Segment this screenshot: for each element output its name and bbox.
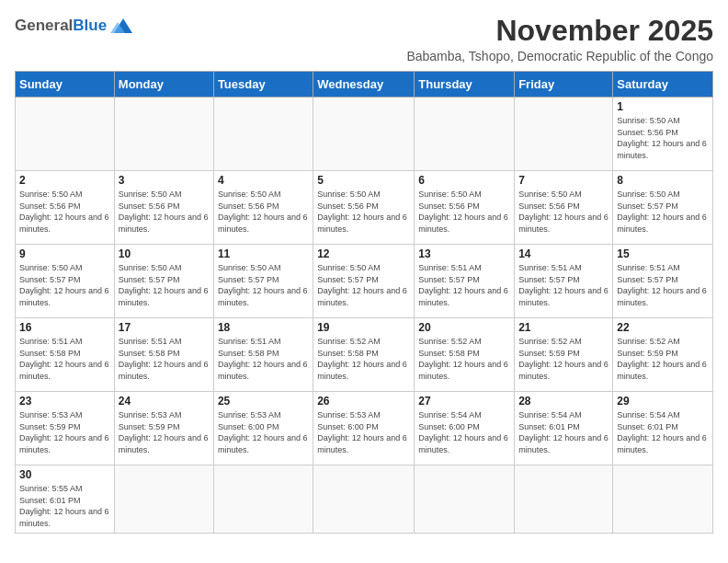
calendar-week-row: 1Sunrise: 5:50 AM Sunset: 5:56 PM Daylig… (16, 98, 713, 171)
calendar-day-cell: 7Sunrise: 5:50 AM Sunset: 5:56 PM Daylig… (515, 171, 613, 245)
day-number: 1 (617, 100, 709, 113)
calendar-header-row: SundayMondayTuesdayWednesdayThursdayFrid… (16, 72, 713, 98)
weekday-header-tuesday: Tuesday (213, 72, 313, 98)
day-number: 5 (317, 174, 410, 187)
calendar-week-row: 30Sunrise: 5:55 AM Sunset: 6:01 PM Dayli… (16, 465, 713, 533)
day-info: Sunrise: 5:50 AM Sunset: 5:56 PM Dayligh… (317, 189, 410, 235)
day-info: Sunrise: 5:53 AM Sunset: 6:00 PM Dayligh… (317, 409, 410, 455)
day-info: Sunrise: 5:50 AM Sunset: 5:57 PM Dayligh… (119, 262, 210, 308)
month-title: November 2025 (406, 15, 713, 47)
day-info: Sunrise: 5:51 AM Sunset: 5:57 PM Dayligh… (617, 262, 709, 308)
calendar-day-cell: 1Sunrise: 5:50 AM Sunset: 5:56 PM Daylig… (613, 98, 713, 171)
day-info: Sunrise: 5:51 AM Sunset: 5:57 PM Dayligh… (518, 262, 609, 308)
calendar-day-cell (515, 465, 613, 533)
calendar-day-cell: 5Sunrise: 5:50 AM Sunset: 5:56 PM Daylig… (313, 171, 415, 245)
logo-blue-text: Blue (73, 17, 107, 35)
day-info: Sunrise: 5:51 AM Sunset: 5:57 PM Dayligh… (418, 262, 510, 308)
calendar-day-cell: 29Sunrise: 5:54 AM Sunset: 6:01 PM Dayli… (613, 392, 713, 465)
day-info: Sunrise: 5:50 AM Sunset: 5:56 PM Dayligh… (19, 189, 110, 235)
day-number: 25 (218, 395, 309, 408)
day-info: Sunrise: 5:55 AM Sunset: 6:01 PM Dayligh… (19, 483, 110, 529)
day-info: Sunrise: 5:53 AM Sunset: 5:59 PM Dayligh… (19, 409, 110, 455)
calendar-day-cell: 9Sunrise: 5:50 AM Sunset: 5:57 PM Daylig… (16, 245, 115, 318)
calendar-day-cell: 16Sunrise: 5:51 AM Sunset: 5:58 PM Dayli… (16, 318, 115, 392)
day-number: 23 (19, 395, 110, 408)
day-number: 16 (19, 321, 110, 334)
calendar-day-cell: 27Sunrise: 5:54 AM Sunset: 6:00 PM Dayli… (415, 392, 515, 465)
calendar-day-cell: 24Sunrise: 5:53 AM Sunset: 5:59 PM Dayli… (114, 392, 213, 465)
calendar-day-cell: 19Sunrise: 5:52 AM Sunset: 5:58 PM Dayli… (313, 318, 415, 392)
calendar-day-cell: 28Sunrise: 5:54 AM Sunset: 6:01 PM Dayli… (515, 392, 613, 465)
location-title: Babamba, Tshopo, Democratic Republic of … (406, 49, 713, 63)
page-header: General Blue November 2025 Babamba, Tsho… (15, 15, 713, 63)
day-number: 30 (19, 468, 110, 481)
calendar-day-cell (313, 98, 415, 171)
day-info: Sunrise: 5:50 AM Sunset: 5:56 PM Dayligh… (218, 189, 309, 235)
day-number: 28 (518, 395, 609, 408)
day-number: 8 (617, 174, 709, 187)
calendar-day-cell: 22Sunrise: 5:52 AM Sunset: 5:59 PM Dayli… (613, 318, 713, 392)
weekday-header-friday: Friday (515, 72, 613, 98)
day-number: 13 (418, 247, 510, 260)
calendar-day-cell: 10Sunrise: 5:50 AM Sunset: 5:57 PM Dayli… (114, 245, 213, 318)
day-info: Sunrise: 5:50 AM Sunset: 5:56 PM Dayligh… (119, 189, 210, 235)
logo-general-text: General (15, 17, 73, 35)
calendar-day-cell (213, 98, 313, 171)
day-number: 2 (19, 174, 110, 187)
day-number: 20 (418, 321, 510, 334)
day-number: 4 (218, 174, 309, 187)
calendar-day-cell: 12Sunrise: 5:50 AM Sunset: 5:57 PM Dayli… (313, 245, 415, 318)
calendar-day-cell: 14Sunrise: 5:51 AM Sunset: 5:57 PM Dayli… (515, 245, 613, 318)
calendar-day-cell: 4Sunrise: 5:50 AM Sunset: 5:56 PM Daylig… (213, 171, 313, 245)
day-info: Sunrise: 5:53 AM Sunset: 6:00 PM Dayligh… (218, 409, 309, 455)
day-info: Sunrise: 5:54 AM Sunset: 6:00 PM Dayligh… (418, 409, 510, 455)
day-info: Sunrise: 5:54 AM Sunset: 6:01 PM Dayligh… (617, 409, 709, 455)
day-number: 24 (119, 395, 210, 408)
calendar-day-cell: 21Sunrise: 5:52 AM Sunset: 5:59 PM Dayli… (515, 318, 613, 392)
calendar-day-cell (213, 465, 313, 533)
day-info: Sunrise: 5:50 AM Sunset: 5:56 PM Dayligh… (617, 115, 709, 161)
day-number: 26 (317, 395, 410, 408)
weekday-header-sunday: Sunday (16, 72, 115, 98)
calendar-day-cell (16, 98, 115, 171)
day-number: 11 (218, 247, 309, 260)
day-info: Sunrise: 5:52 AM Sunset: 5:58 PM Dayligh… (317, 336, 410, 382)
calendar-day-cell: 11Sunrise: 5:50 AM Sunset: 5:57 PM Dayli… (213, 245, 313, 318)
calendar-day-cell (613, 465, 713, 533)
day-info: Sunrise: 5:52 AM Sunset: 5:58 PM Dayligh… (418, 336, 510, 382)
day-info: Sunrise: 5:50 AM Sunset: 5:56 PM Dayligh… (418, 189, 510, 235)
weekday-header-wednesday: Wednesday (313, 72, 415, 98)
day-number: 21 (518, 321, 609, 334)
day-info: Sunrise: 5:52 AM Sunset: 5:59 PM Dayligh… (518, 336, 609, 382)
day-info: Sunrise: 5:51 AM Sunset: 5:58 PM Dayligh… (119, 336, 210, 382)
calendar-day-cell: 8Sunrise: 5:50 AM Sunset: 5:57 PM Daylig… (613, 171, 713, 245)
day-number: 19 (317, 321, 410, 334)
day-info: Sunrise: 5:50 AM Sunset: 5:57 PM Dayligh… (19, 262, 110, 308)
calendar-day-cell (114, 98, 213, 171)
calendar-day-cell: 18Sunrise: 5:51 AM Sunset: 5:58 PM Dayli… (213, 318, 313, 392)
day-number: 15 (617, 247, 709, 260)
day-number: 12 (317, 247, 410, 260)
weekday-header-thursday: Thursday (415, 72, 515, 98)
day-number: 7 (518, 174, 609, 187)
calendar-day-cell: 3Sunrise: 5:50 AM Sunset: 5:56 PM Daylig… (114, 171, 213, 245)
calendar-day-cell: 23Sunrise: 5:53 AM Sunset: 5:59 PM Dayli… (16, 392, 115, 465)
calendar-day-cell: 2Sunrise: 5:50 AM Sunset: 5:56 PM Daylig… (16, 171, 115, 245)
day-info: Sunrise: 5:50 AM Sunset: 5:56 PM Dayligh… (518, 189, 609, 235)
logo-icon (110, 15, 132, 37)
calendar-day-cell: 20Sunrise: 5:52 AM Sunset: 5:58 PM Dayli… (415, 318, 515, 392)
day-info: Sunrise: 5:52 AM Sunset: 5:59 PM Dayligh… (617, 336, 709, 382)
calendar-day-cell (114, 465, 213, 533)
day-number: 29 (617, 395, 709, 408)
calendar-day-cell (515, 98, 613, 171)
title-area: November 2025 Babamba, Tshopo, Democrati… (406, 15, 713, 63)
logo: General Blue (15, 15, 132, 37)
day-number: 6 (418, 174, 510, 187)
day-info: Sunrise: 5:51 AM Sunset: 5:58 PM Dayligh… (218, 336, 309, 382)
day-info: Sunrise: 5:54 AM Sunset: 6:01 PM Dayligh… (518, 409, 609, 455)
calendar-day-cell: 15Sunrise: 5:51 AM Sunset: 5:57 PM Dayli… (613, 245, 713, 318)
day-info: Sunrise: 5:50 AM Sunset: 5:57 PM Dayligh… (218, 262, 309, 308)
day-number: 10 (119, 247, 210, 260)
calendar-day-cell: 13Sunrise: 5:51 AM Sunset: 5:57 PM Dayli… (415, 245, 515, 318)
calendar-day-cell: 17Sunrise: 5:51 AM Sunset: 5:58 PM Dayli… (114, 318, 213, 392)
